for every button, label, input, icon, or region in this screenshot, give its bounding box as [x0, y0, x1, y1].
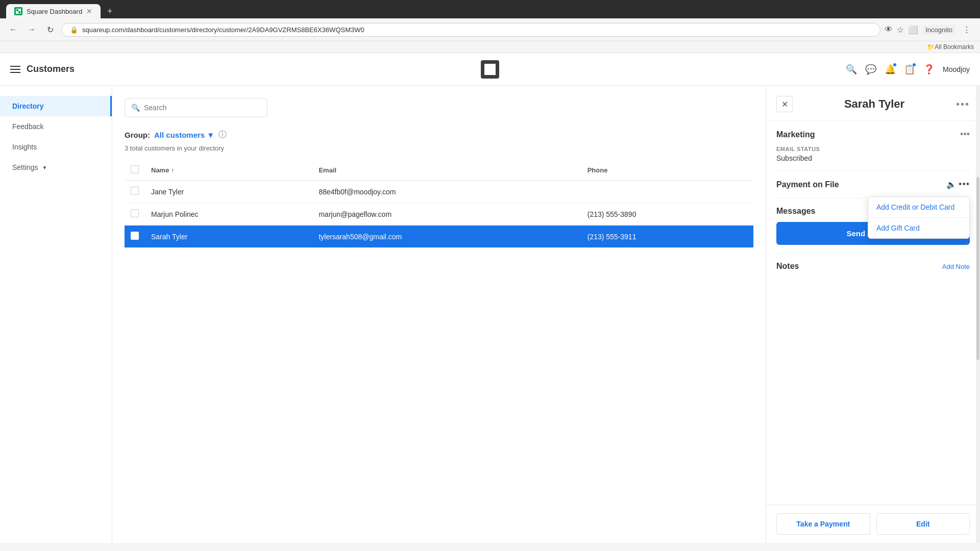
header-right: 🔍 💬 🔔 📋 ❓ Moodjoy [846, 64, 970, 75]
back-button[interactable]: ← [6, 22, 20, 37]
email-column-header[interactable]: Email [312, 160, 581, 181]
add-note-button[interactable]: Add Note [942, 263, 970, 270]
customer-email: marjun@pageflow.com [312, 203, 581, 226]
row-checkbox[interactable] [131, 187, 139, 195]
group-value[interactable]: All customers ▼ [154, 131, 214, 139]
payment-dropdown-menu: Add Credit or Debit Card Add Gift Card [868, 196, 970, 239]
table-row[interactable]: Marjun Polinec marjun@pageflow.com (213)… [125, 203, 753, 226]
customer-email: tylersarah508@gmail.com [312, 226, 581, 248]
tab-favicon [14, 7, 22, 15]
app-header: Customers 🔍 💬 🔔 📋 ❓ Moodjoy [0, 53, 980, 86]
customer-name: Jane Tyler [145, 181, 312, 203]
active-tab[interactable]: Square Dashboard ✕ [6, 4, 101, 18]
table-header: Name ↑ Email Phone [125, 160, 753, 181]
table-row[interactable]: Jane Tyler 88e4fb0f@moodjoy.com [125, 181, 753, 203]
notes-section: Notes Add Note [776, 254, 970, 283]
customer-name: Marjun Polinec [145, 203, 312, 226]
tab-title: Square Dashboard [27, 8, 82, 15]
notification-icon[interactable]: 🔔 [885, 64, 896, 75]
clipboard-icon[interactable]: 📋 [904, 64, 915, 75]
hamburger-menu[interactable] [10, 66, 20, 73]
search-input[interactable] [144, 104, 261, 112]
panel-more-button[interactable]: ••• [956, 98, 970, 110]
lock-icon: 🔒 [70, 26, 78, 34]
group-selector: Group: All customers ▼ ⓘ [125, 130, 753, 140]
page-title: Customers [27, 64, 75, 74]
group-label: Group: [125, 131, 150, 139]
bookmarks-folder-icon: 📁 [927, 43, 935, 51]
sidebar-item-label: Settings [12, 163, 38, 171]
app-container: Customers 🔍 💬 🔔 📋 ❓ Moodjoy [0, 53, 980, 543]
customer-phone: (213) 555-3911 [581, 226, 753, 248]
notes-title: Notes [776, 262, 799, 271]
panel-footer: Take a Payment Edit [766, 505, 980, 543]
bookmarks-label: All Bookmarks [935, 43, 974, 51]
panel-close-button[interactable]: ✕ [776, 96, 793, 112]
edit-button[interactable]: Edit [876, 513, 970, 535]
customer-email: 88e4fb0f@moodjoy.com [312, 181, 581, 203]
payment-section: Payment on File 🔈​ ••• Add Credit or Deb… [776, 171, 970, 198]
sidebar-item-label: Feedback [12, 122, 43, 131]
browser-nav: ← → ↻ 🔒 squareup.com/dashboard/customers… [0, 18, 980, 41]
row-checkbox[interactable] [131, 209, 139, 217]
select-all-checkbox[interactable] [131, 165, 139, 173]
payment-more-button[interactable]: 🔈​ ••• [946, 179, 970, 190]
chat-icon[interactable]: 💬 [865, 64, 876, 75]
panel-customer-name: Sarah Tyler [793, 97, 956, 111]
email-status-value: Subscribed [776, 154, 970, 162]
panel-content: Marketing ••• EMAIL STATUS Subscribed Pa… [766, 121, 980, 505]
marketing-title: Marketing [776, 130, 815, 139]
customer-table-body: Jane Tyler 88e4fb0f@moodjoy.com Marjun P… [125, 181, 753, 248]
table-row[interactable]: Sarah Tyler tylersarah508@gmail.com (213… [125, 226, 753, 248]
payment-title: Payment on File [776, 180, 839, 189]
new-tab-button[interactable]: + [103, 4, 117, 18]
browser-tabs: Square Dashboard ✕ + [6, 4, 974, 18]
star-icon[interactable]: ☆ [897, 25, 904, 35]
browser-chrome: Square Dashboard ✕ + [0, 0, 980, 18]
sidebar-item-insights[interactable]: Insights [0, 137, 112, 157]
url-text: squareup.com/dashboard/customers/directo… [82, 26, 364, 34]
take-payment-button[interactable]: Take a Payment [776, 513, 870, 535]
svg-rect-1 [16, 9, 18, 11]
add-gift-card-button[interactable]: Add Gift Card [868, 217, 969, 238]
customer-table: Name ↑ Email Phone Jane Tyler 88e4fb0f@m… [125, 160, 753, 248]
marketing-header: Marketing ••• [776, 129, 970, 140]
panel-scrollbar-thumb [976, 177, 979, 360]
sidebar-item-feedback[interactable]: Feedback [0, 116, 112, 137]
search-bar-container: 🔍 [125, 98, 267, 117]
eye-slash-icon: 👁 [885, 25, 893, 34]
refresh-button[interactable]: ↻ [43, 22, 57, 37]
customer-count: 3 total customers in your directory [125, 144, 753, 152]
address-bar[interactable]: 🔒 squareup.com/dashboard/customers/direc… [61, 23, 880, 37]
marketing-section: Marketing ••• EMAIL STATUS Subscribed [776, 121, 970, 171]
close-icon: ✕ [781, 99, 788, 109]
square-logo [481, 60, 499, 79]
chevron-down-icon: ▼ [207, 131, 214, 139]
email-status-label: EMAIL STATUS [776, 146, 970, 152]
sidebar: Directory Feedback Insights Settings ▼ [0, 86, 112, 543]
browser-toolbar-icons: 👁 ☆ ⬜ Incognito [885, 25, 955, 35]
info-icon[interactable]: ⓘ [218, 130, 227, 140]
sidebar-item-settings[interactable]: Settings ▼ [0, 157, 112, 178]
sidebar-item-label: Insights [12, 143, 37, 151]
row-checkbox[interactable] [131, 232, 139, 240]
tab-close-button[interactable]: ✕ [86, 7, 92, 15]
marketing-more-button[interactable]: ••• [960, 129, 970, 140]
notification-dot [893, 63, 897, 67]
content-area: 🔍 Group: All customers ▼ ⓘ 3 total custo… [112, 86, 766, 543]
notes-header: Notes Add Note [776, 262, 970, 271]
user-menu[interactable]: Moodjoy [943, 65, 970, 73]
header-center [481, 60, 499, 79]
select-all-header [125, 160, 145, 181]
help-icon[interactable]: ❓ [923, 64, 935, 75]
add-credit-card-button[interactable]: Add Credit or Debit Card [868, 197, 969, 217]
extensions-button[interactable]: ⋮ [960, 22, 974, 37]
forward-button[interactable]: → [24, 22, 39, 37]
window-icon[interactable]: ⬜ [908, 25, 918, 35]
name-column-header[interactable]: Name ↑ [145, 160, 312, 181]
panel-scrollbar[interactable] [976, 86, 980, 543]
sidebar-item-directory[interactable]: Directory [0, 96, 112, 116]
customer-detail-panel: ✕ Sarah Tyler ••• Marketing ••• EMAIL ST… [766, 86, 980, 543]
phone-column-header[interactable]: Phone [581, 160, 753, 181]
search-icon[interactable]: 🔍 [846, 64, 857, 75]
